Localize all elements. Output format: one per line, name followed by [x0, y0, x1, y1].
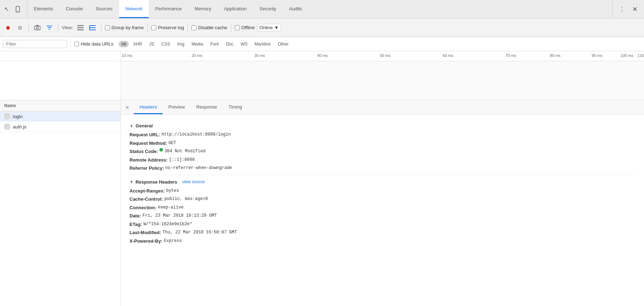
filter-type-img[interactable]: Img [174, 41, 187, 47]
hide-data-urls-input[interactable] [74, 42, 79, 46]
separator-6 [231, 23, 231, 32]
filter-separator [70, 41, 71, 48]
tab-console[interactable]: Console [59, 0, 89, 18]
right-tabs: ✕ Headers Preview Response Timing [121, 100, 644, 115]
general-referrer-policy: Referrer Policy: no-referrer-when-downgr… [130, 165, 635, 172]
general-status-code: Status Code: 304 Not Modified [130, 148, 635, 155]
nav-tabs: Elements Console Sources Network Perform… [27, 0, 612, 18]
tab-security[interactable]: Security [253, 0, 283, 18]
tab-audits[interactable]: Audits [283, 0, 308, 18]
svg-rect-5 [77, 27, 84, 28]
file-name-authjs: auth.js [13, 124, 26, 130]
resp-connection: Connection: keep-alive [130, 204, 635, 211]
tick-90ms: 90 ms [592, 53, 602, 58]
filter-type-js[interactable]: JS [146, 41, 157, 47]
toolbar: ⏺ ⊘ View: Group by frame Preserve log Di… [0, 19, 644, 37]
hide-data-urls-label: Hide data URLs [81, 41, 114, 47]
tab-memory[interactable]: Memory [188, 0, 218, 18]
filter-type-css[interactable]: CSS [158, 41, 173, 47]
tick-20ms: 20 ms [191, 53, 202, 58]
filter-type-font[interactable]: Font [207, 41, 222, 47]
file-icon-authjs [4, 124, 10, 130]
svg-rect-7 [90, 25, 96, 26]
network-throttle-select[interactable]: Online ▼ [257, 24, 281, 31]
preserve-log-input[interactable] [151, 25, 156, 30]
tick-70ms: 70 ms [505, 53, 516, 58]
timeline-right [121, 61, 644, 100]
close-panel-button[interactable]: ✕ [124, 104, 131, 111]
filter-type-media[interactable]: Media [189, 41, 206, 47]
general-section-header[interactable]: ▼ General [130, 123, 635, 128]
tab-network[interactable]: Network [119, 0, 149, 18]
camera-button[interactable] [32, 23, 42, 33]
record-button[interactable]: ⏺ [3, 23, 13, 33]
group-by-frame-input[interactable] [105, 25, 110, 30]
svg-rect-9 [90, 30, 96, 30]
offline-input[interactable] [235, 25, 240, 30]
offline-checkbox[interactable]: Offline [235, 25, 255, 30]
timeline-left [0, 61, 121, 100]
main-content: Name login auth.js ✕ Headers Preview Res… [0, 100, 644, 306]
filter-type-all[interactable]: All [118, 41, 129, 47]
tab-elements[interactable]: Elements [27, 0, 59, 18]
mobile-icon[interactable] [13, 4, 23, 14]
filter-type-other[interactable]: Other [275, 41, 291, 47]
tab-response[interactable]: Response [190, 100, 223, 114]
resp-date: Date: Fri, 23 Mar 2018 18:13:29 GMT [130, 212, 635, 220]
file-name-login: login [13, 114, 22, 119]
resp-x-powered-by: X-Powered-By: Express [130, 238, 635, 245]
disable-cache-label: Disable cache [198, 25, 227, 30]
tick-100ms: 100 ms [621, 53, 633, 58]
list-view-icon[interactable] [75, 23, 85, 33]
svg-rect-10 [89, 25, 90, 30]
response-headers-arrow-icon: ▼ [130, 180, 133, 184]
tree-view-icon[interactable] [88, 23, 97, 33]
devtools-icons: ↖ [1, 0, 27, 18]
close-icon[interactable]: ✕ [630, 4, 640, 14]
tick-40ms: 40 ms [317, 53, 328, 58]
preserve-log-checkbox[interactable]: Preserve log [151, 25, 184, 30]
separator-4 [147, 23, 148, 32]
group-by-frame-checkbox[interactable]: Group by frame [105, 25, 144, 30]
filter-type-xhr[interactable]: XHR [130, 41, 145, 47]
filter-type-manifest[interactable]: Manifest [252, 41, 274, 47]
svg-point-3 [36, 27, 38, 29]
filter-types: All XHR JS CSS Img Media Font Doc WS Man… [118, 41, 291, 47]
file-item-login[interactable]: login [0, 111, 121, 122]
tab-performance[interactable]: Performance [149, 0, 188, 18]
tab-headers[interactable]: Headers [134, 100, 163, 114]
headers-content: ▼ General Request URL: http://localhost:… [121, 115, 644, 250]
general-title: General [136, 123, 153, 128]
filter-row: Hide data URLs All XHR JS CSS Img Media … [0, 37, 644, 51]
svg-rect-2 [35, 26, 40, 30]
status-dot [159, 148, 163, 152]
hide-data-urls-checkbox[interactable]: Hide data URLs [74, 41, 114, 47]
tab-timing[interactable]: Timing [223, 100, 248, 114]
name-column-header: Name [0, 100, 121, 111]
filter-type-ws[interactable]: WS [238, 41, 250, 47]
view-source-link[interactable]: view source [182, 179, 205, 184]
tab-application[interactable]: Application [218, 0, 253, 18]
file-item-authjs[interactable]: auth.js [0, 122, 121, 132]
separator-2 [58, 23, 58, 32]
divider-1 [130, 175, 635, 175]
filter-type-doc[interactable]: Doc [223, 41, 236, 47]
more-vert-icon[interactable]: ⋮ [617, 4, 627, 14]
pointer-icon[interactable]: ↖ [1, 4, 11, 14]
tab-sources[interactable]: Sources [89, 0, 119, 18]
clear-button[interactable]: ⊘ [15, 23, 25, 33]
response-headers-section-header[interactable]: ▼ Response Headers view source [130, 179, 635, 185]
resp-accept-ranges: Accept-Ranges: bytes [130, 188, 635, 195]
top-nav: ↖ Elements Console Sources Network Perfo… [0, 0, 644, 19]
tab-preview[interactable]: Preview [163, 100, 190, 114]
filter-button[interactable] [44, 23, 54, 33]
general-request-url: Request URL: http://localhost:8080/login [130, 131, 635, 138]
online-label: Online [259, 25, 273, 30]
disable-cache-input[interactable] [191, 25, 196, 30]
filter-input[interactable] [3, 40, 67, 48]
disable-cache-checkbox[interactable]: Disable cache [191, 25, 227, 30]
tick-60ms: 60 ms [443, 53, 453, 58]
response-headers-title: Response Headers [136, 179, 177, 185]
group-by-frame-label: Group by frame [112, 25, 144, 30]
svg-rect-8 [90, 27, 96, 28]
